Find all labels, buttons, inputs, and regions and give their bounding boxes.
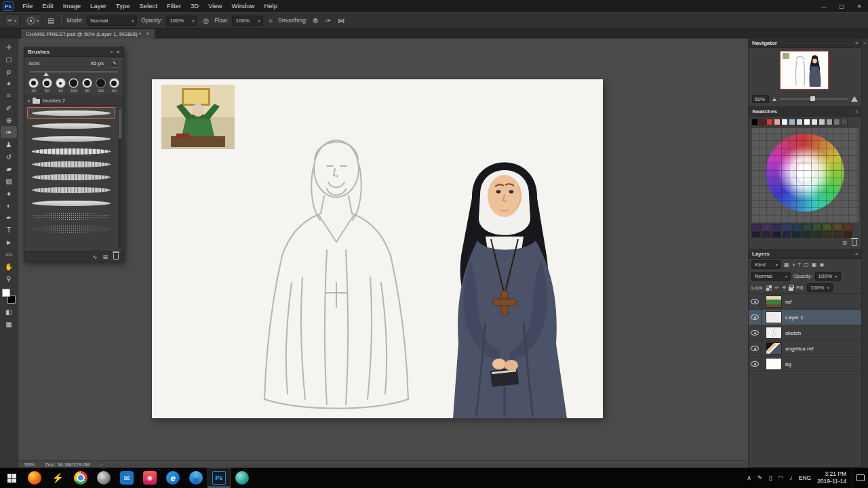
zoom-in-icon[interactable]	[851, 96, 858, 102]
menu-select[interactable]: Select	[134, 0, 161, 12]
color-swatch[interactable]	[802, 231, 812, 238]
color-swatch[interactable]	[772, 231, 781, 238]
layer-row-angelica-ref[interactable]: angelica ref	[749, 341, 861, 357]
tab-close-icon[interactable]: ✕	[146, 31, 150, 37]
panel-menu-icon[interactable]: ≡	[855, 41, 858, 45]
maximize-button[interactable]: ▢	[833, 0, 850, 12]
document-tab[interactable]: CHARS PRIEST.psd @ 50% (Layer 1, RGB/8) …	[20, 28, 155, 39]
quick-mask-tool[interactable]: ◧	[1, 306, 17, 318]
brush-group-row[interactable]: ▾ brushes 2	[24, 96, 123, 106]
scrollbar[interactable]	[118, 108, 122, 249]
brush-preset[interactable]: 300	[96, 78, 106, 93]
visibility-toggle[interactable]	[749, 325, 762, 340]
color-swatch[interactable]	[782, 231, 791, 238]
color-swatch[interactable]	[789, 119, 795, 125]
taskbar-app-firefox[interactable]	[23, 468, 46, 488]
volume-icon[interactable]: ♪	[789, 474, 793, 481]
filter-smart-icon[interactable]: ▣	[812, 262, 817, 268]
visibility-toggle[interactable]	[749, 357, 762, 371]
battery-icon[interactable]: ▯	[768, 474, 772, 481]
color-swatch[interactable]	[812, 224, 822, 230]
brush-preset[interactable]: 150	[68, 78, 79, 93]
size-value[interactable]: 45 px	[90, 60, 104, 66]
taskbar-app-edge[interactable]: e	[161, 468, 184, 488]
brush-preset[interactable]: 19	[56, 78, 66, 93]
language-indicator[interactable]: ENG	[799, 474, 811, 481]
screen-mode-tool[interactable]: ▦	[1, 318, 17, 330]
eyedropper-tool[interactable]: ✐	[1, 102, 17, 114]
stroke-preview-icon[interactable]: ∿	[92, 253, 98, 260]
brush-preset[interactable]: 50	[42, 78, 52, 93]
hidden-icons-chevron[interactable]: ∧	[747, 474, 751, 481]
network-icon[interactable]: ◠	[778, 474, 783, 481]
layer-thumbnail[interactable]	[766, 358, 782, 370]
panel-collapse-icon[interactable]: «	[110, 49, 113, 55]
navigator-header[interactable]: Navigator ≡	[749, 39, 861, 48]
layer-fill-select[interactable]: 100% ▾	[807, 283, 833, 292]
color-swatch[interactable]	[823, 231, 832, 238]
blend-mode-select[interactable]: Normal ▾	[751, 272, 791, 281]
brush-preset[interactable]: 80	[82, 78, 92, 93]
path-selection-tool[interactable]: ►	[1, 236, 17, 248]
brush-stroke-list[interactable]	[24, 106, 123, 251]
filter-adjustment-icon[interactable]: ◑	[792, 262, 795, 268]
color-swatch[interactable]	[811, 119, 818, 125]
history-brush-tool[interactable]: ↺	[1, 150, 17, 163]
color-swatch[interactable]	[833, 119, 840, 125]
gradient-tool[interactable]: ▧	[1, 175, 17, 187]
flow-select[interactable]: 100% ▾	[232, 16, 263, 26]
type-tool[interactable]: T	[1, 224, 17, 236]
menu-filter[interactable]: Filter	[162, 0, 186, 12]
clone-stamp-tool[interactable]: ♟	[1, 138, 17, 150]
color-swatch[interactable]	[751, 231, 761, 238]
crop-tool[interactable]: ⌗	[1, 89, 17, 102]
filter-pixel-icon[interactable]: ▦	[784, 262, 789, 268]
color-swatch[interactable]	[774, 119, 781, 125]
trash-icon[interactable]	[113, 253, 119, 260]
panel-menu-icon[interactable]: ≡	[855, 251, 858, 256]
dock-collapse-icon[interactable]: «	[864, 41, 866, 468]
hand-tool[interactable]: ✋	[1, 260, 17, 272]
foreground-color-chip[interactable]	[2, 289, 10, 297]
eraser-tool[interactable]: ▰	[1, 163, 17, 175]
menu-window[interactable]: Window	[227, 0, 260, 12]
color-swatch[interactable]	[766, 119, 773, 125]
marquee-tool[interactable]: ▢	[1, 53, 17, 65]
document-size-info[interactable]: Doc: 34.3M/129.0M	[45, 462, 90, 468]
layer-thumbnail[interactable]	[766, 327, 782, 339]
visibility-toggle[interactable]	[749, 341, 762, 356]
lock-position-icon[interactable]: ✛	[782, 285, 787, 291]
color-swatch[interactable]	[759, 119, 766, 125]
navigator-zoom-value[interactable]: 50%	[752, 95, 769, 103]
move-tool[interactable]: ✛	[1, 41, 17, 53]
brush-preset[interactable]: 45	[28, 78, 39, 93]
new-swatch-icon[interactable]: ⊞	[842, 240, 847, 246]
action-center-button[interactable]	[852, 468, 868, 488]
color-swatch[interactable]	[796, 119, 803, 125]
color-swatch[interactable]	[781, 119, 788, 125]
healing-brush-tool[interactable]: ⊕	[1, 114, 17, 126]
color-swatch[interactable]	[762, 231, 771, 238]
zoom-level[interactable]: 50%	[24, 462, 35, 468]
brush-stroke-item-selected[interactable]	[27, 107, 115, 119]
brush-tool[interactable]: ✑	[1, 126, 17, 138]
swatches-header[interactable]: Swatches ≡	[749, 107, 861, 117]
navigator-zoom-slider[interactable]	[780, 98, 848, 100]
layer-row-layer-1[interactable]: Layer 1	[749, 310, 861, 325]
taskbar-app-photoshop[interactable]: Ps	[208, 468, 231, 488]
mode-select[interactable]: Normal ▾	[87, 16, 137, 26]
start-button[interactable]	[0, 468, 23, 488]
brush-size-slider[interactable]	[30, 69, 118, 76]
pen-tool[interactable]: ✒	[1, 211, 17, 224]
layer-opacity-select[interactable]: 100% ▾	[815, 272, 841, 281]
airbrush-icon[interactable]: ≈	[267, 17, 274, 24]
layers-header[interactable]: Layers ≡	[749, 249, 861, 259]
color-swatch[interactable]	[751, 119, 758, 125]
color-swatch[interactable]	[823, 224, 832, 230]
slider-knob[interactable]	[43, 73, 49, 76]
color-swatch[interactable]	[833, 231, 842, 238]
color-swatch[interactable]	[802, 224, 812, 230]
layer-row-ref[interactable]: ref	[749, 294, 861, 310]
taskbar-app-teal[interactable]	[231, 468, 254, 488]
brush-stroke-item[interactable]	[27, 159, 115, 170]
